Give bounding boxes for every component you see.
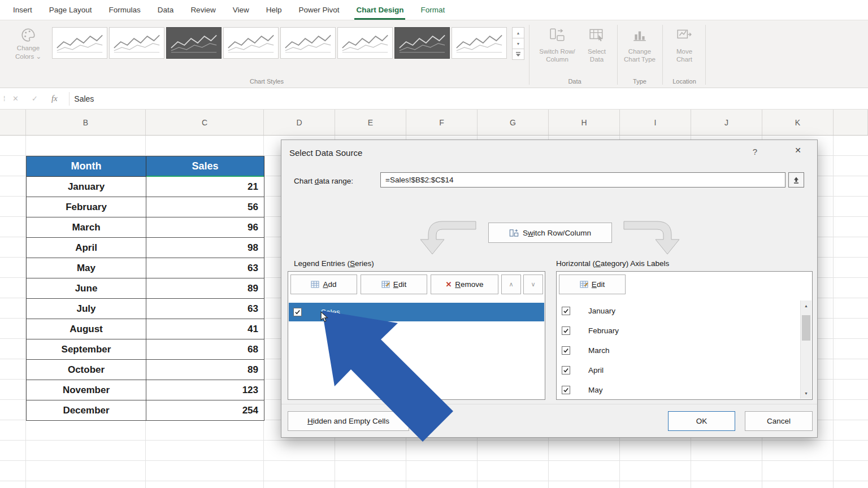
cancel-button[interactable]: Cancel — [745, 411, 813, 431]
column-header-b[interactable]: B — [26, 110, 146, 135]
column-header-d[interactable]: D — [264, 110, 335, 135]
column-header-j[interactable]: J — [691, 110, 762, 135]
checkbox-checked[interactable] — [562, 386, 570, 394]
switch-row-column-ribbon-button[interactable]: Switch Row/ Column — [538, 25, 576, 82]
ribbon: Change Colors ⌄ ▲ ▼ Chart Styles Switch … — [0, 20, 868, 88]
gallery-scroll-down-button[interactable]: ▼ — [512, 38, 524, 49]
scroll-up-button[interactable]: ▲ — [801, 300, 811, 311]
chart-style-thumbnail[interactable] — [52, 27, 107, 59]
sales-cell[interactable]: 98 — [146, 238, 264, 258]
column-header-c[interactable]: C — [146, 110, 264, 135]
chart-style-thumbnail[interactable] — [452, 27, 507, 59]
switch-row-column-button[interactable]: Switch Row/Column — [488, 223, 612, 243]
sales-cell[interactable]: 254 — [146, 400, 264, 421]
month-cell[interactable]: December — [27, 400, 146, 421]
month-cell[interactable]: June — [27, 278, 146, 299]
chart-style-thumbnail[interactable] — [280, 27, 336, 59]
axis-label-text: April — [588, 366, 604, 374]
dialog-divider — [281, 404, 817, 404]
chart-style-thumbnail[interactable] — [109, 27, 164, 59]
chart-style-thumbnail[interactable] — [394, 27, 450, 59]
chart-style-thumbnail[interactable] — [337, 27, 393, 59]
change-colors-button[interactable]: Change Colors ⌄ — [6, 25, 51, 81]
sales-cell[interactable]: 96 — [146, 217, 264, 238]
hidden-and-empty-cells-button[interactable]: Hidden and Empty Cells — [288, 411, 409, 431]
select-data-ribbon-button[interactable]: Select Data — [578, 25, 616, 82]
help-icon[interactable]: ? — [748, 147, 762, 159]
sales-cell[interactable]: 89 — [146, 278, 264, 299]
checkbox-checked[interactable] — [562, 366, 570, 374]
enter-icon[interactable]: ✓ — [25, 94, 44, 103]
ribbon-tab-review[interactable]: Review — [182, 0, 224, 20]
ok-button[interactable]: OK — [668, 411, 735, 431]
axis-label-item[interactable]: May — [557, 380, 799, 400]
column-header-k[interactable]: K — [762, 110, 834, 135]
change-chart-type-button[interactable]: Change Chart Type — [620, 25, 659, 82]
sales-cell[interactable]: 41 — [146, 319, 264, 339]
sales-cell[interactable]: 63 — [146, 299, 264, 319]
ribbon-tab-power-pivot[interactable]: Power Pivot — [290, 0, 348, 20]
ribbon-tab-insert[interactable]: Insert — [5, 0, 41, 20]
column-header-i[interactable]: I — [620, 110, 691, 135]
axis-label-item[interactable]: February — [557, 321, 799, 341]
sales-cell[interactable]: 68 — [146, 339, 264, 360]
gallery-scroll-up-button[interactable]: ▲ — [512, 27, 524, 38]
checkbox-checked[interactable] — [293, 308, 302, 316]
sales-cell[interactable]: 63 — [146, 258, 264, 278]
chart-style-thumbnail[interactable] — [223, 27, 279, 59]
ribbon-tab-view[interactable]: View — [224, 0, 258, 20]
month-cell[interactable]: July — [27, 299, 146, 319]
ribbon-tab-help[interactable]: Help — [258, 0, 290, 20]
move-chart-button[interactable]: Move Chart — [665, 25, 704, 82]
ribbon-tab-page-layout[interactable]: Page Layout — [41, 0, 101, 20]
chart-data-range-input[interactable] — [380, 172, 785, 188]
month-cell[interactable]: March — [27, 217, 146, 238]
chart-style-thumbnail[interactable] — [166, 27, 222, 59]
formula-bar-value[interactable]: Sales — [74, 94, 94, 103]
scrollbar-thumb[interactable] — [802, 315, 810, 341]
checkbox-checked[interactable] — [562, 307, 570, 315]
column-header-h[interactable]: H — [549, 110, 620, 135]
legend-series-item[interactable]: Sales — [289, 303, 544, 321]
month-cell[interactable]: January — [27, 177, 146, 197]
axis-label-item[interactable]: March — [557, 341, 799, 360]
sales-cell[interactable]: 21 — [146, 177, 264, 197]
column-header-g[interactable]: G — [478, 110, 549, 135]
column-header[interactable] — [834, 110, 868, 135]
column-header-f[interactable]: F — [406, 110, 478, 135]
month-header-cell[interactable]: Month — [27, 156, 146, 177]
group-separator — [529, 25, 530, 85]
month-cell[interactable]: May — [27, 258, 146, 278]
ribbon-tab-formulas[interactable]: Formulas — [101, 0, 149, 20]
location-group-label: Location — [665, 78, 704, 85]
month-cell[interactable]: September — [27, 339, 146, 360]
button-label: Data — [590, 55, 604, 63]
sales-cell[interactable]: 56 — [146, 197, 264, 217]
cancel-icon[interactable]: ✕ — [6, 94, 25, 103]
column-header-e[interactable]: E — [335, 110, 406, 135]
checkbox-checked[interactable] — [562, 326, 570, 335]
month-cell[interactable]: November — [27, 380, 146, 400]
ribbon-tab-format[interactable]: Format — [412, 0, 453, 20]
legend-entries-panel: Add Edit ✕ Remove ∧ ∨ Sales — [288, 271, 545, 400]
month-cell[interactable]: October — [27, 360, 146, 380]
sales-cell[interactable]: 89 — [146, 360, 264, 380]
checkbox-checked[interactable] — [562, 346, 570, 355]
insert-function-icon[interactable]: fx — [44, 94, 64, 103]
month-cell[interactable]: August — [27, 319, 146, 339]
axis-label-item[interactable]: January — [557, 301, 799, 321]
month-cell[interactable]: April — [27, 238, 146, 258]
axis-label-item[interactable]: April — [557, 360, 799, 380]
sales-header-cell[interactable]: Sales — [146, 156, 264, 177]
close-icon[interactable]: ✕ — [789, 146, 807, 159]
ribbon-tab-data[interactable]: Data — [149, 0, 183, 20]
scroll-down-button[interactable]: ▼ — [801, 388, 811, 399]
ribbon-tab-chart-design[interactable]: Chart Design — [348, 0, 412, 20]
collapse-dialog-button[interactable] — [788, 172, 804, 188]
column-header[interactable] — [0, 110, 26, 135]
axis-list-scrollbar[interactable]: ▲ ▼ — [800, 300, 811, 399]
gallery-more-button[interactable] — [512, 49, 524, 60]
ribbon-tab-bar: InsertPage LayoutFormulasDataReviewViewH… — [0, 0, 868, 20]
sales-cell[interactable]: 123 — [146, 380, 264, 400]
month-cell[interactable]: February — [27, 197, 146, 217]
